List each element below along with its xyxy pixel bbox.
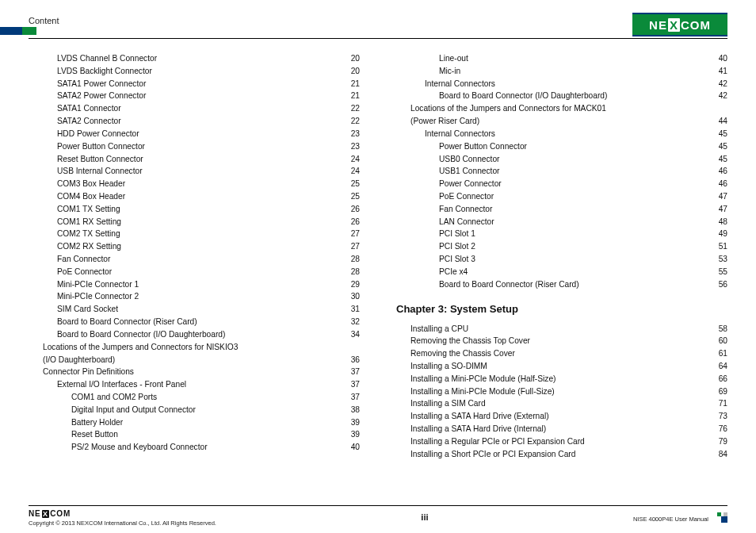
toc-row[interactable]: PCIe x455 (396, 266, 727, 278)
toc-row[interactable]: Installing a SO-DIMM64 (396, 360, 727, 373)
toc-label: Internal Connectors (425, 78, 495, 90)
toc-row[interactable]: Battery Holder39 (29, 416, 360, 429)
toc-row[interactable]: PoE Connector28 (29, 266, 360, 278)
toc-row[interactable]: Board to Board Connector (I/O Daughterbo… (29, 328, 360, 341)
toc-row[interactable]: Installing a SIM Card71 (396, 397, 727, 410)
toc-page-number: 36 (351, 354, 360, 366)
toc-row[interactable]: PoE Connector47 (396, 190, 727, 203)
toc-page-number: 42 (719, 78, 727, 90)
toc-page-number: 44 (719, 115, 727, 128)
toc-page-number: 47 (719, 190, 727, 203)
toc-page-number: 26 (351, 216, 360, 228)
toc-page-number: 37 (351, 391, 360, 404)
toc-row[interactable]: SIM Card Socket31 (29, 303, 360, 316)
toc-label: Locations of the Jumpers and Connectors … (43, 341, 238, 354)
toc-row[interactable]: Internal Connectors45 (396, 128, 727, 140)
toc-row[interactable]: (I/O Daughterboard)36 (29, 354, 360, 366)
toc-page-number: 39 (351, 416, 360, 429)
toc-row[interactable]: Installing a Mini-PCIe Module (Half-Size… (396, 373, 727, 385)
toc-label: COM1 and COM2 Ports (71, 391, 157, 404)
toc-label: Reset Button Connector (57, 153, 143, 166)
toc-page-number: 56 (719, 278, 727, 291)
toc-page-number: 37 (351, 378, 360, 391)
toc-row[interactable]: Locations of the Jumpers and Connectors … (396, 102, 727, 115)
toc-label: Installing a SO-DIMM (410, 360, 487, 373)
toc-page-number: 79 (719, 435, 727, 448)
toc-row[interactable]: Power Connector46 (396, 178, 727, 190)
toc-row[interactable]: USB1 Connector46 (396, 165, 727, 178)
toc-row[interactable]: (Power Riser Card)44 (396, 115, 727, 128)
toc-row[interactable]: Power Button Connector45 (396, 140, 727, 153)
toc-row[interactable]: LAN Connector48 (396, 216, 727, 228)
toc-row[interactable]: Installing a CPU58 (396, 323, 727, 336)
toc-row[interactable]: Locations of the Jumpers and Connectors … (29, 341, 360, 354)
toc-row[interactable]: Removing the Chassis Cover61 (396, 347, 727, 360)
toc-row[interactable]: Digital Input and Output Connector38 (29, 404, 360, 416)
toc-page-number: 24 (351, 165, 360, 178)
toc-row[interactable]: Internal Connectors42 (396, 78, 727, 90)
toc-label: COM3 Box Header (57, 178, 125, 190)
toc-row[interactable]: Fan Connector47 (396, 203, 727, 216)
footer-right: NISE 4000P4E User Manual (633, 512, 727, 523)
toc-row[interactable]: Installing a SATA Hard Drive (Internal)7… (396, 423, 727, 435)
toc-label: SATA2 Connector (57, 115, 121, 128)
toc-row[interactable]: PCI Slot 149 (396, 228, 727, 240)
toc-row[interactable]: COM3 Box Header25 (29, 178, 360, 190)
toc-label: Mic-in (439, 65, 460, 78)
toc-page-number: 41 (719, 65, 727, 78)
toc-row[interactable]: LVDS Backlight Connector20 (29, 65, 360, 78)
toc-label: SATA2 Power Connector (57, 90, 146, 102)
toc-row[interactable]: Installing a Mini-PCIe Module (Full-Size… (396, 385, 727, 398)
toc-row[interactable]: COM4 Box Header25 (29, 190, 360, 203)
toc-row[interactable]: Installing a Regular PCIe or PCI Expansi… (396, 435, 727, 448)
toc-page-number: 76 (719, 423, 727, 435)
toc-label: PCI Slot 2 (439, 240, 475, 253)
toc-page-number: 23 (351, 140, 360, 153)
toc-label: Removing the Chassis Cover (410, 347, 515, 360)
toc-row[interactable]: USB0 Connector45 (396, 153, 727, 166)
header: Content NEXCOM (29, 14, 727, 41)
toc-row[interactable]: LVDS Channel B Connector20 (29, 52, 360, 65)
toc-row[interactable]: Mic-in41 (396, 65, 727, 78)
toc-row[interactable]: PCI Slot 251 (396, 240, 727, 253)
toc-row[interactable]: COM1 RX Setting26 (29, 216, 360, 228)
toc-row[interactable]: HDD Power Connector23 (29, 128, 360, 140)
toc-page-number: 73 (719, 410, 727, 423)
toc-row[interactable]: Removing the Chassis Top Cover60 (396, 335, 727, 347)
toc-row[interactable]: Connector Pin Definitions37 (29, 366, 360, 378)
toc-page-number: 28 (351, 266, 360, 278)
toc-row[interactable]: Reset Button Connector24 (29, 153, 360, 166)
toc-row[interactable]: USB Internal Connector24 (29, 165, 360, 178)
toc-label: Power Button Connector (439, 140, 527, 153)
toc-row[interactable]: Board to Board Connector (Riser Card)56 (396, 278, 727, 291)
toc-row[interactable]: COM1 TX Setting26 (29, 203, 360, 216)
toc-row[interactable]: SATA1 Power Connector21 (29, 78, 360, 90)
toc-row[interactable]: Mini-PCIe Connector 230 (29, 290, 360, 303)
toc-row[interactable]: SATA1 Connector22 (29, 102, 360, 115)
toc-column-right: Line-out40Mic-in41Internal Connectors42B… (396, 52, 727, 498)
toc-row[interactable]: COM2 TX Setting27 (29, 228, 360, 240)
toc-row[interactable]: Line-out40 (396, 52, 727, 65)
toc-row[interactable]: Power Button Connector23 (29, 140, 360, 153)
tab-blue (0, 27, 22, 35)
toc-row[interactable]: SATA2 Power Connector21 (29, 90, 360, 102)
toc-label: COM2 TX Setting (57, 228, 120, 240)
toc-row[interactable]: External I/O Interfaces - Front Panel37 (29, 378, 360, 391)
toc-label: Board to Board Connector (Riser Card) (57, 316, 197, 328)
toc-row[interactable]: COM2 RX Setting27 (29, 240, 360, 253)
toc-row[interactable]: Mini-PCIe Connector 129 (29, 278, 360, 291)
toc-row[interactable]: PCI Slot 353 (396, 253, 727, 266)
toc-page-number: 51 (719, 240, 727, 253)
toc-row[interactable]: Board to Board Connector (Riser Card)32 (29, 316, 360, 328)
toc-label: LAN Connector (439, 216, 494, 228)
footer-copyright: Copyright © 2013 NEXCOM International Co… (29, 520, 216, 527)
toc-row[interactable]: Installing a SATA Hard Drive (External)7… (396, 410, 727, 423)
toc-page-number: 23 (351, 128, 360, 140)
toc-row[interactable]: Reset Button39 (29, 428, 360, 441)
toc-row[interactable]: Fan Connector28 (29, 253, 360, 266)
toc-row[interactable]: PS/2 Mouse and Keyboard Connector40 (29, 441, 360, 454)
toc-row[interactable]: Board to Board Connector (I/O Daughterbo… (396, 90, 727, 102)
toc-row[interactable]: SATA2 Connector22 (29, 115, 360, 128)
toc-row[interactable]: Installing a Short PCIe or PCI Expansion… (396, 448, 727, 461)
toc-row[interactable]: COM1 and COM2 Ports37 (29, 391, 360, 404)
